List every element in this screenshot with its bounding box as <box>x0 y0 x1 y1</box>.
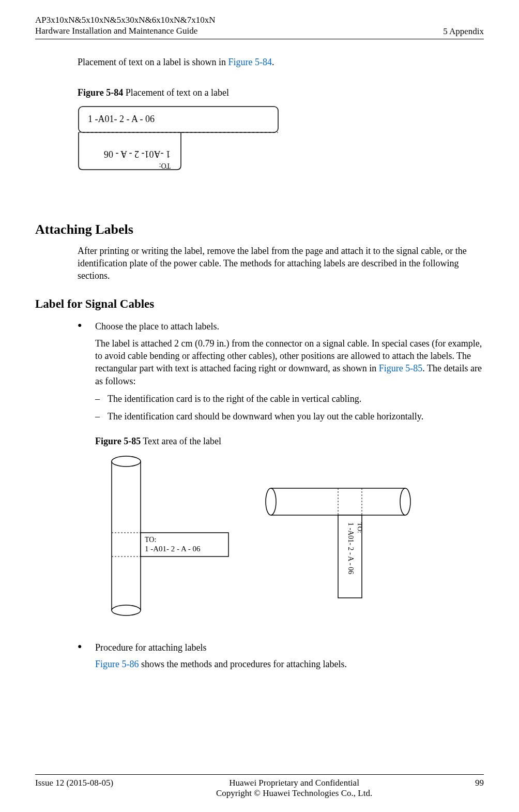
figure-5-85-title: Text area of the label <box>141 436 221 446</box>
dash-horizontal-cabling: The identification card should be downwa… <box>95 410 484 423</box>
footer-issue: Issue 12 (2015-08-05) <box>35 778 113 788</box>
label-to-text: TO: <box>159 162 171 170</box>
header-left: AP3x10xN&5x10xN&5x30xN&6x10xN&7x10xN Har… <box>35 14 216 37</box>
bullet-procedure: Procedure for attaching labels Figure 5-… <box>78 641 484 671</box>
bullet-procedure-body: Figure 5-86 shows the methods and proced… <box>95 658 484 670</box>
product-line-1: AP3x10xN&5x10xN&5x30xN&6x10xN&7x10xN <box>35 14 216 25</box>
attaching-labels-paragraph: After printing or writing the label, rem… <box>78 245 484 282</box>
bullet-procedure-title: Procedure for attaching labels <box>95 641 484 654</box>
label-bottom-text: 1 -A01- 2 - A - 06 <box>104 149 171 159</box>
footer-confidential: Huawei Proprietary and Confidential <box>113 778 475 788</box>
footer-copyright: Copyright © Huawei Technologies Co., Ltd… <box>113 788 475 799</box>
heading-label-signal-cables: Label for Signal Cables <box>35 297 484 311</box>
page-footer: Issue 12 (2015-08-05) Huawei Proprietary… <box>35 774 484 799</box>
right-label-to: TO: <box>356 522 364 533</box>
svg-point-12 <box>400 488 410 515</box>
figure-5-85-link[interactable]: Figure 5-85 <box>379 363 423 373</box>
bullet-choose-place-body: The label is attached 2 cm (0.79 in.) fr… <box>95 337 484 387</box>
heading-attaching-labels: Attaching Labels <box>35 222 484 237</box>
page-header: AP3x10xN&5x10xN&5x30xN&6x10xN&7x10xN Har… <box>35 14 484 39</box>
bullet-choose-place: Choose the place to attach labels. The l… <box>78 320 484 624</box>
footer-page-number: 99 <box>475 778 484 788</box>
product-line-2: Hardware Installation and Maintenance Gu… <box>35 25 216 36</box>
svg-point-2 <box>112 456 141 467</box>
dash-vertical-cabling: The identification card is to the right … <box>95 393 484 405</box>
left-label-line: 1 -A01- 2 - A - 06 <box>145 545 201 553</box>
intro-text-a: Placement of text on a label is shown in <box>78 57 228 67</box>
svg-point-5 <box>112 605 141 615</box>
header-section: 5 Appendix <box>443 26 484 37</box>
figure-5-86-link[interactable]: Figure 5-86 <box>95 659 139 669</box>
left-label-to: TO: <box>145 536 156 544</box>
figure-5-84-image: 1 -A01- 2 - A - 06 1 -A01- 2 - A - 06 TO… <box>78 106 484 175</box>
figure-5-84-number: Figure 5-84 <box>78 87 123 98</box>
label-top-text: 1 -A01- 2 - A - 06 <box>88 114 155 124</box>
figure-5-85-caption: Figure 5-85 Text area of the label <box>95 435 484 447</box>
figure-5-84-caption: Figure 5-84 Placement of text on a label <box>78 87 484 98</box>
figure-5-85-number: Figure 5-85 <box>95 436 141 446</box>
figure-5-84-link[interactable]: Figure 5-84 <box>228 57 272 67</box>
intro-text-b: . <box>272 57 274 67</box>
figure-5-85-image: TO: 1 -A01- 2 - A - 06 TO: 1 <box>95 455 484 624</box>
svg-point-9 <box>266 488 276 515</box>
intro-paragraph: Placement of text on a label is shown in… <box>78 57 484 68</box>
bullet-procedure-rest: shows the methods and procedures for att… <box>139 659 347 669</box>
figure-5-84-title: Placement of text on a label <box>123 87 229 98</box>
bullet-choose-place-title: Choose the place to attach labels. <box>95 320 484 333</box>
right-label-line: 1 -A01- 2 - A - 06 <box>347 522 355 574</box>
